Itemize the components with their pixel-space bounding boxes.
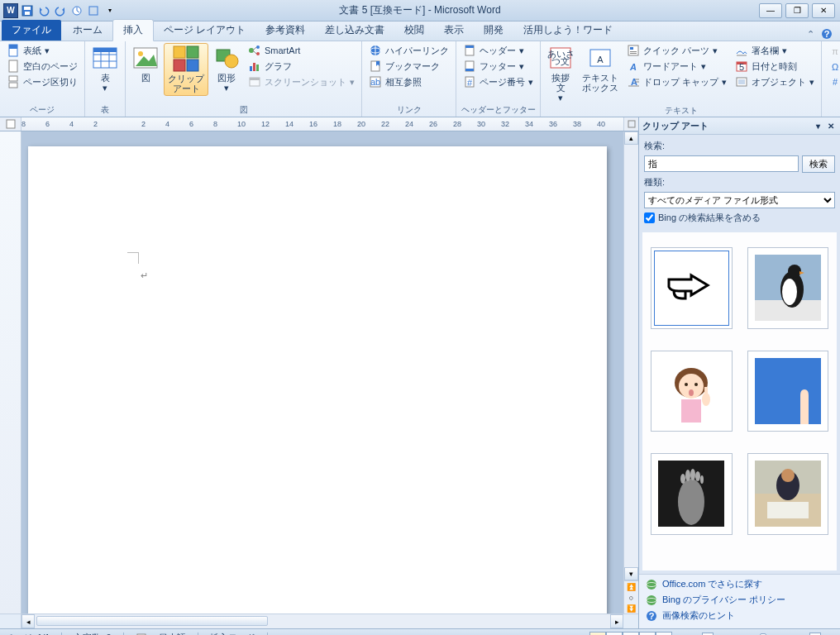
qat-item[interactable] bbox=[86, 3, 101, 18]
svg-rect-85 bbox=[704, 387, 708, 402]
search-button[interactable]: 検索 bbox=[802, 155, 835, 173]
prev-page-icon[interactable]: ⏫ bbox=[627, 583, 636, 591]
search-input[interactable] bbox=[644, 155, 799, 172]
tab-review[interactable]: 校閲 bbox=[394, 20, 434, 41]
clip-result-sky-finger[interactable] bbox=[747, 351, 829, 432]
word-icon[interactable]: W bbox=[3, 3, 18, 18]
tab-mailings[interactable]: 差し込み文書 bbox=[315, 20, 394, 41]
tab-pagelayout[interactable]: ページ レイアウト bbox=[154, 20, 255, 41]
blank-page-button[interactable]: 空白のページ bbox=[3, 59, 81, 74]
status-lang[interactable]: 日本語 bbox=[159, 632, 186, 635]
status-page[interactable]: ページ: 1/1 bbox=[5, 632, 50, 635]
svg-text:#: # bbox=[833, 77, 838, 87]
textbox-button[interactable]: A テキスト ボックス bbox=[579, 43, 622, 94]
maximize-button[interactable]: ❐ bbox=[785, 3, 809, 18]
qat-item[interactable] bbox=[69, 3, 84, 18]
status-mode[interactable]: 挿入モード bbox=[210, 632, 255, 635]
scroll-down-icon[interactable]: ▾ bbox=[624, 567, 638, 580]
table-button[interactable]: 表▾ bbox=[88, 43, 122, 94]
browse-object-icon[interactable]: ○ bbox=[629, 594, 633, 602]
ruler-toggle[interactable] bbox=[0, 117, 21, 131]
status-words[interactable]: 文字数: 0 bbox=[74, 632, 111, 635]
clipart-button[interactable]: クリップ アート bbox=[164, 43, 208, 96]
svg-text:A: A bbox=[629, 62, 637, 72]
header-button[interactable]: ヘッダー ▾ bbox=[460, 43, 537, 58]
clip-result-girl[interactable] bbox=[651, 351, 733, 432]
svg-point-97 bbox=[781, 469, 795, 482]
status-proof-icon[interactable] bbox=[136, 633, 147, 636]
bing-privacy-link[interactable]: Bing のプライバシー ポリシー bbox=[646, 594, 833, 606]
hscroll-thumb[interactable] bbox=[36, 616, 268, 626]
scroll-up-icon[interactable]: ▴ bbox=[624, 131, 638, 145]
tab-utilize[interactable]: 活用しよう！ワード bbox=[513, 20, 623, 41]
close-button[interactable]: ✕ bbox=[812, 3, 835, 18]
page-break-button[interactable]: ページ区切り bbox=[3, 74, 81, 89]
footer-button[interactable]: フッター ▾ bbox=[460, 59, 537, 74]
tab-home[interactable]: ホーム bbox=[63, 20, 112, 41]
signature-button[interactable]: 署名欄 ▾ bbox=[732, 43, 818, 58]
chart-button[interactable]: グラフ bbox=[245, 59, 358, 74]
hyperlink-button[interactable]: ハイパーリンク bbox=[365, 43, 452, 58]
type-select[interactable]: すべてのメディア ファイル形式 bbox=[644, 192, 835, 208]
cover-page-button[interactable]: 表紙 ▾ bbox=[3, 43, 81, 58]
clip-result-foot-xray[interactable] bbox=[651, 453, 733, 535]
outline-view[interactable]: ☰ bbox=[639, 632, 656, 636]
quickparts-button[interactable]: クイック パーツ ▾ bbox=[623, 43, 730, 58]
svg-point-88 bbox=[678, 479, 704, 525]
wordart-button[interactable]: Aワードアート ▾ bbox=[623, 59, 730, 74]
bookmark-button[interactable]: ブックマーク bbox=[365, 59, 452, 74]
scroll-left-icon[interactable]: ◂ bbox=[21, 614, 35, 628]
redo-icon[interactable] bbox=[53, 3, 68, 18]
page[interactable]: ↵ bbox=[28, 146, 607, 614]
undo-icon[interactable] bbox=[36, 3, 51, 18]
tab-file[interactable]: ファイル bbox=[2, 20, 61, 41]
minimize-ribbon-icon[interactable]: ⌃ bbox=[804, 27, 817, 41]
draft-view[interactable]: ▭ bbox=[656, 632, 672, 636]
qat-dropdown-icon[interactable]: ▾ bbox=[103, 3, 117, 18]
zoom-in-button[interactable]: + bbox=[809, 633, 821, 636]
page-container[interactable]: ↵ bbox=[21, 131, 623, 614]
clip-result-pointing-hand[interactable] bbox=[651, 247, 733, 329]
clip-result-penguin[interactable] bbox=[747, 247, 829, 329]
datetime-button[interactable]: 5日付と時刻 bbox=[732, 59, 818, 74]
status-macro-icon[interactable] bbox=[279, 633, 291, 636]
vertical-scrollbar[interactable]: ▴ ▾ ⏫ ○ ⏬ bbox=[623, 131, 638, 614]
taskpane-close-icon[interactable]: ✕ bbox=[825, 120, 837, 131]
scroll-right-icon[interactable]: ▸ bbox=[610, 614, 623, 628]
taskpane-dropdown-icon[interactable]: ▾ bbox=[812, 120, 823, 131]
vertical-ruler[interactable] bbox=[0, 131, 21, 614]
picture-button[interactable]: 図 bbox=[129, 43, 162, 84]
svg-rect-23 bbox=[187, 60, 198, 71]
help-icon[interactable]: ? bbox=[820, 27, 833, 41]
tab-developer[interactable]: 開発 bbox=[474, 20, 513, 41]
number-button[interactable]: #番号 bbox=[825, 74, 840, 89]
bing-checkbox[interactable]: Bing の検索結果を含める bbox=[644, 212, 835, 224]
tab-references[interactable]: 参考資料 bbox=[255, 20, 315, 41]
pagenum-button[interactable]: #ページ番号 ▾ bbox=[460, 74, 537, 89]
greeting-button[interactable]: あいさつ文 挨拶文▾ bbox=[544, 43, 577, 104]
search-hints-link[interactable]: ?画像検索のヒント bbox=[646, 609, 833, 622]
smartart-button[interactable]: SmartArt bbox=[245, 43, 358, 58]
crossref-button[interactable]: ab相互参照 bbox=[365, 74, 452, 89]
svg-rect-32 bbox=[253, 63, 255, 71]
tab-insert[interactable]: 挿入 bbox=[112, 19, 154, 41]
svg-rect-43 bbox=[465, 45, 474, 48]
office-com-link[interactable]: Office.com でさらに探す bbox=[646, 578, 833, 590]
zoom-out-button[interactable]: − bbox=[702, 633, 714, 636]
horizontal-ruler[interactable]: 8642246810121416182022242628303234363840 bbox=[21, 117, 623, 131]
object-button[interactable]: オブジェクト ▾ bbox=[732, 74, 818, 89]
dropcap-button[interactable]: Aドロップ キャップ ▾ bbox=[623, 74, 730, 89]
clip-result-desk-photo[interactable] bbox=[747, 453, 829, 535]
shapes-button[interactable]: 図形▾ bbox=[210, 43, 243, 94]
results-grid[interactable] bbox=[642, 232, 837, 571]
horizontal-scrollbar[interactable]: ◂ ▸ bbox=[0, 614, 638, 628]
print-layout-view[interactable]: ▤ bbox=[589, 632, 606, 636]
symbol-button[interactable]: Ω記号と特殊文字 ▾ bbox=[825, 59, 840, 74]
ruler-toggle-right[interactable] bbox=[623, 117, 638, 131]
save-icon[interactable] bbox=[20, 3, 35, 18]
next-page-icon[interactable]: ⏬ bbox=[627, 604, 636, 613]
web-view[interactable]: ▧ bbox=[623, 632, 639, 636]
tab-view[interactable]: 表示 bbox=[434, 20, 474, 41]
fullscreen-view[interactable]: ▦ bbox=[606, 632, 623, 636]
minimize-button[interactable]: — bbox=[759, 3, 782, 18]
